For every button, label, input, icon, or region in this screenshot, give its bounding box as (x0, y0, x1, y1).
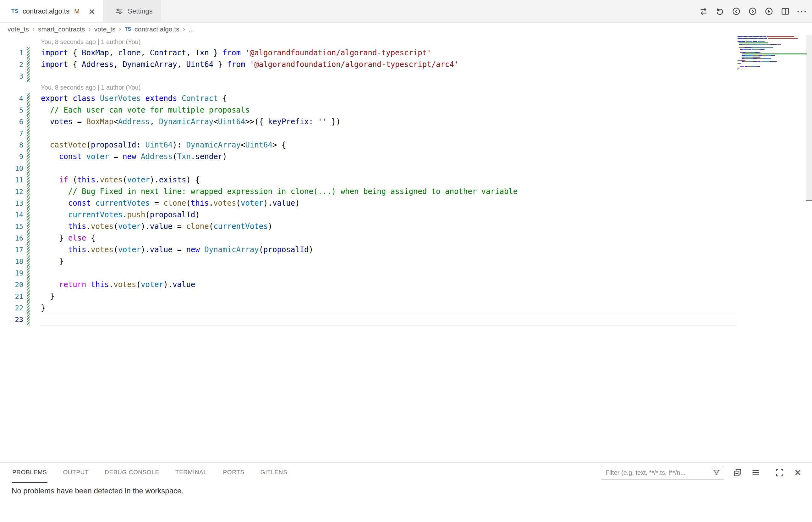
problems-filter-input[interactable] (601, 466, 724, 480)
next-change-button[interactable] (745, 4, 760, 19)
line-number[interactable]: 3 (0, 71, 23, 82)
code-line-text[interactable]: } (41, 302, 45, 314)
line-number[interactable]: 8 (0, 139, 23, 151)
code-line-text[interactable]: currentVotes.push(proposalId) (41, 209, 200, 221)
panel-tab-problems[interactable]: PROBLEMS (12, 463, 47, 483)
line-number[interactable]: 11 (0, 174, 23, 186)
editor-scrollbar[interactable] (806, 35, 812, 201)
line-number[interactable]: 15 (0, 221, 23, 233)
panel-tab-terminal[interactable]: TERMINAL (175, 463, 208, 483)
code-line-text[interactable]: return this.votes(voter).value (41, 279, 195, 290)
breadcrumb-item-symbol[interactable]: ... (189, 25, 194, 33)
breadcrumb-item[interactable]: smart_contracts (38, 25, 85, 33)
codelens-annotation[interactable]: You, 8 seconds ago | 1 author (You) (41, 82, 141, 93)
panel-tab-output[interactable]: OUTPUT (62, 463, 89, 483)
typescript-file-icon: TS (11, 8, 19, 15)
compare-changes-button[interactable] (696, 4, 711, 19)
breadcrumb-item[interactable]: vote_ts (7, 25, 29, 33)
split-editor-button[interactable] (778, 4, 792, 19)
editor-actions: ⋯ (696, 0, 812, 22)
git-added-gutter-decoration (27, 163, 29, 174)
panel-tab-gitlens[interactable]: GITLENS (260, 463, 288, 483)
git-added-gutter-decoration (27, 116, 29, 128)
run-file-button[interactable] (762, 4, 776, 19)
line-number[interactable]: 19 (0, 267, 23, 279)
tab-label: contract.algo.ts (23, 7, 69, 15)
git-added-gutter-decoration (27, 71, 29, 82)
tab-contract-algo-ts[interactable]: TS contract.algo.ts M × (0, 0, 103, 22)
code-editor[interactable]: You, 8 seconds ago | 1 author (You)1impo… (0, 35, 812, 462)
typescript-file-icon: TS (125, 26, 131, 32)
git-added-gutter-decoration (27, 256, 29, 267)
git-added-gutter-decoration (27, 302, 29, 314)
git-added-gutter-decoration (27, 93, 29, 104)
code-row: 4export class UserVotes extends Contract… (0, 93, 812, 104)
line-number[interactable]: 22 (0, 302, 23, 314)
more-actions-button[interactable]: ⋯ (794, 4, 809, 19)
line-number[interactable]: 5 (0, 104, 23, 116)
code-line-text[interactable]: this.votes(voter).value = new DynamicArr… (41, 244, 313, 256)
code-line-text[interactable]: votes = BoxMap<Address, DynamicArray<Uin… (41, 116, 341, 128)
collapse-all-button[interactable] (730, 465, 745, 480)
codelens-annotation[interactable]: You, 8 seconds ago | 1 author (You) (41, 37, 141, 47)
code-line-text[interactable]: // Bug Fixed in next line: wrapped expre… (41, 186, 518, 198)
panel-tab-debug-console[interactable]: DEBUG CONSOLE (104, 463, 160, 483)
git-added-gutter-decoration (27, 128, 29, 139)
code-row: 10 (0, 163, 812, 174)
line-number[interactable]: 18 (0, 256, 23, 267)
code-row: 14 currentVotes.push(proposalId) (0, 209, 812, 221)
line-number[interactable]: 23 (0, 314, 23, 325)
git-added-gutter-decoration (27, 279, 29, 290)
line-number[interactable]: 9 (0, 151, 23, 163)
git-added-gutter-decoration (27, 290, 29, 302)
close-tab-icon[interactable]: × (89, 6, 95, 17)
line-number[interactable]: 4 (0, 93, 23, 104)
line-number[interactable]: 16 (0, 233, 23, 244)
revert-change-button[interactable] (713, 4, 727, 19)
line-number[interactable]: 17 (0, 244, 23, 256)
code-row: 1import { BoxMap, clone, Contract, Txn }… (0, 47, 812, 59)
code-row: 9 const voter = new Address(Txn.sender) (0, 151, 812, 163)
panel-tab-ports[interactable]: PORTS (223, 463, 245, 483)
code-line-text[interactable]: const voter = new Address(Txn.sender) (41, 151, 227, 163)
line-number[interactable]: 13 (0, 198, 23, 209)
close-panel-button[interactable]: × (791, 465, 805, 480)
code-line-text[interactable]: import { BoxMap, clone, Contract, Txn } … (41, 47, 432, 59)
line-number[interactable]: 6 (0, 116, 23, 128)
line-number[interactable]: 12 (0, 186, 23, 198)
line-number[interactable]: 20 (0, 279, 23, 290)
filter-icon[interactable] (711, 467, 722, 478)
code-line-text[interactable]: castVote(proposalId: Uint64): DynamicArr… (41, 139, 286, 151)
breadcrumb-item[interactable]: vote_ts (94, 25, 116, 33)
code-line-text[interactable]: // Each user can vote for multiple propo… (41, 104, 250, 116)
tab-settings[interactable]: Settings (103, 0, 161, 22)
code-line-text[interactable]: export class UserVotes extends Contract … (41, 93, 227, 104)
code-line-text[interactable]: const currentVotes = clone(this.votes(vo… (41, 198, 300, 209)
code-row: 20 return this.votes(voter).value (0, 279, 812, 290)
code-line-text[interactable]: } else { (41, 233, 95, 244)
chevron-right-icon: › (33, 25, 35, 33)
code-row: 21 } (0, 290, 812, 302)
line-number[interactable]: 14 (0, 209, 23, 221)
code-line-text[interactable]: } (41, 290, 54, 302)
maximize-panel-button[interactable] (772, 465, 787, 480)
view-as-table-button[interactable] (749, 465, 763, 480)
line-number[interactable]: 7 (0, 128, 23, 139)
breadcrumb-item-file[interactable]: contract.algo.ts (134, 25, 179, 33)
code-line-text[interactable]: } (41, 256, 63, 267)
line-number[interactable]: 10 (0, 163, 23, 174)
panel-actions: × (601, 465, 805, 480)
git-added-gutter-decoration (27, 104, 29, 116)
settings-sliders-icon (115, 7, 124, 16)
line-number[interactable]: 2 (0, 59, 23, 71)
line-number[interactable]: 21 (0, 290, 23, 302)
git-added-gutter-decoration (27, 244, 29, 256)
minimap[interactable] (737, 36, 810, 72)
code-line-text[interactable]: this.votes(voter).value = clone(currentV… (41, 221, 272, 233)
bottom-panel: PROBLEMS OUTPUT DEBUG CONSOLE TERMINAL P… (0, 462, 812, 522)
previous-change-button[interactable] (729, 4, 744, 19)
code-row: 3 (0, 71, 812, 82)
line-number[interactable]: 1 (0, 47, 23, 59)
code-line-text[interactable]: import { Address, DynamicArray, Uint64 }… (41, 59, 458, 71)
code-line-text[interactable]: if (this.votes(voter).exists) { (41, 174, 200, 186)
